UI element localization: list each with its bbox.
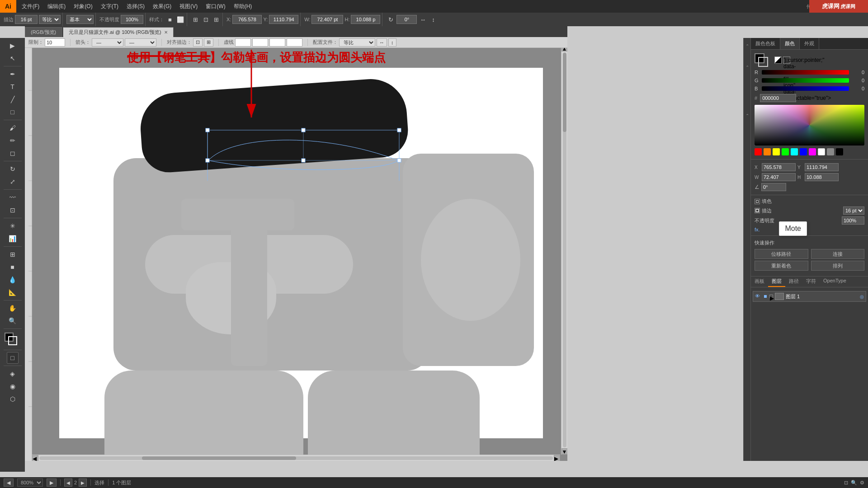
dash-3[interactable] (269, 38, 285, 47)
tool-measure[interactable]: 📐 (7, 286, 19, 298)
tool-select[interactable]: ▶ (7, 40, 19, 52)
layer-visibility-icon[interactable]: 👁 (755, 293, 761, 300)
color-spectrum[interactable] (755, 105, 864, 145)
swatch-black[interactable] (836, 148, 843, 155)
tool-pencil[interactable]: ✏ (7, 135, 19, 146)
stroke-swatch[interactable] (8, 336, 17, 345)
rotation-input[interactable] (396, 15, 417, 24)
tool-extra-3[interactable]: ⬡ (7, 393, 19, 405)
menu-view[interactable]: 视图(V) (176, 2, 201, 11)
tool-zoom[interactable]: 🔍 (7, 315, 19, 327)
tool-shape[interactable]: □ (7, 106, 19, 118)
tool-paintbrush[interactable]: 🖌 (7, 122, 19, 134)
swatch-blue[interactable] (800, 148, 807, 155)
tool-scale[interactable]: ⤢ (7, 176, 19, 188)
h-prop-input[interactable] (805, 173, 839, 181)
tool-text[interactable]: T (7, 81, 19, 93)
w-input[interactable] (311, 15, 343, 24)
panel-expand-btn-1[interactable]: › (745, 44, 750, 46)
swatch-orange[interactable] (764, 148, 771, 155)
tool-mesh[interactable]: ⊞ (7, 249, 19, 260)
style-icon[interactable]: ■ (165, 15, 175, 24)
menu-edit[interactable]: 编辑(E) (44, 2, 69, 11)
gradient-mode-icon[interactable] (774, 56, 782, 64)
layer-tab-opentype[interactable]: OpenType (820, 277, 850, 287)
scroll-down-btn[interactable]: ▼ (561, 448, 568, 455)
tool-normal-mode[interactable]: □ (7, 352, 19, 364)
h-input[interactable] (351, 15, 380, 24)
panel-tab-appearance[interactable]: 外观 (800, 38, 819, 49)
tool-eraser[interactable]: ◻ (7, 147, 19, 159)
tool-gradient[interactable]: ■ (7, 261, 19, 273)
tool-pen[interactable]: ✒ (7, 68, 19, 80)
x-prop-input[interactable] (762, 163, 796, 171)
scroll-left-btn[interactable]: ◀ (32, 455, 38, 461)
tool-eyedropper[interactable]: 💧 (7, 274, 19, 286)
tool-column-graph[interactable]: 📊 (7, 233, 19, 244)
tool-extra-2[interactable]: ◉ (7, 380, 19, 392)
profile-select[interactable]: 等比 (339, 38, 375, 47)
swatch-yellow[interactable] (773, 148, 780, 155)
swatch-white[interactable] (818, 148, 825, 155)
preset-select[interactable]: 基本 (66, 15, 94, 24)
y-input[interactable] (269, 15, 298, 24)
swatch-magenta[interactable] (809, 148, 816, 155)
vertical-scrollbar[interactable]: ▲ ▼ (561, 45, 567, 455)
fx-label[interactable]: fx. (755, 227, 760, 232)
tab-1[interactable]: 元旦是只猫源文件.ai @ 100% (RGB/预览) ✕ (63, 27, 173, 37)
menu-text[interactable]: 文字(T) (97, 2, 122, 11)
join-btn[interactable]: 连接 (811, 249, 865, 259)
layer-item-1[interactable]: 👁 ▶ 图层 1 ◎ (753, 291, 866, 302)
layer-target-icon[interactable]: ◎ (860, 294, 864, 299)
menu-object[interactable]: 对象(O) (70, 2, 96, 11)
tool-symbol[interactable]: ✳ (7, 220, 19, 232)
zoom-in-btn[interactable]: ▶ (47, 479, 57, 487)
menu-file[interactable]: 文件(F) (18, 2, 43, 11)
tool-warp[interactable]: 〰 (7, 192, 19, 203)
b-slider[interactable] (762, 86, 849, 91)
artboard-icon[interactable]: ⊡ (844, 480, 848, 486)
scroll-thumb-v[interactable] (563, 53, 566, 132)
swatch-red[interactable] (755, 148, 762, 155)
stroke-type-select[interactable]: 等比 (39, 15, 61, 24)
angle-input[interactable] (761, 183, 786, 191)
panel-expand-btn-3[interactable]: › (745, 114, 750, 115)
tool-direct-select[interactable]: ↖ (7, 52, 19, 64)
arrange-btn[interactable]: 排列 (811, 261, 865, 271)
tool-free-transform[interactable]: ⊡ (7, 204, 19, 216)
horizontal-scrollbar[interactable]: ◀ ▶ (32, 455, 560, 461)
panel-tab-color[interactable]: 颜色 (780, 38, 800, 49)
tool-extra-1[interactable]: ◈ (7, 368, 19, 380)
offset-path-btn[interactable]: 位移路径 (755, 249, 808, 259)
layer-tab-layers[interactable]: 图层 (768, 277, 785, 287)
hex-input[interactable] (760, 94, 796, 102)
profile-flip-v-btn[interactable]: ↕ (388, 38, 396, 47)
prev-page-btn[interactable]: ◀ (64, 479, 72, 487)
dash-2[interactable] (252, 38, 268, 47)
menu-window[interactable]: 窗口(W) (202, 2, 229, 11)
menu-select[interactable]: 选择(S) (123, 2, 148, 11)
g-slider[interactable] (762, 78, 849, 83)
swatch-green[interactable] (782, 148, 789, 155)
tab-close-icon[interactable]: ✕ (164, 30, 168, 35)
arrowhead-end-select[interactable]: — (125, 38, 156, 47)
stroke-icon[interactable] (758, 57, 768, 67)
profile-flip-btn[interactable]: ↔ (377, 38, 387, 47)
tool-rotate[interactable]: ↻ (7, 163, 19, 175)
panel-tab-colorboard[interactable]: 颜色色板 (751, 38, 780, 49)
layer-tab-artboards[interactable]: 画板 (751, 277, 768, 287)
stroke-width-select[interactable]: 16 pt (843, 206, 864, 215)
arrowhead-start-select[interactable]: — (92, 38, 123, 47)
canvas-viewport[interactable]: 使用【钢笔工具】勾勒笔画，设置描边为圆头端点 (32, 45, 567, 461)
search-status-icon[interactable]: 🔍 (851, 480, 857, 486)
menu-effect[interactable]: 效果(G) (149, 2, 175, 11)
layer-tab-paths[interactable]: 路径 (785, 277, 802, 287)
opacity-input[interactable] (121, 15, 143, 24)
stroke-width-input[interactable] (15, 15, 38, 24)
align-btn-2[interactable]: ⊞ (204, 38, 213, 47)
style-icon2[interactable]: ⬜ (176, 15, 185, 24)
panel-expand-btn-2[interactable]: › (745, 66, 750, 67)
tool-hand[interactable]: ✋ (7, 302, 19, 314)
zoom-select[interactable]: 800% 400% 200% 100% 50% (17, 479, 43, 487)
tool-line[interactable]: ╱ (7, 94, 19, 105)
